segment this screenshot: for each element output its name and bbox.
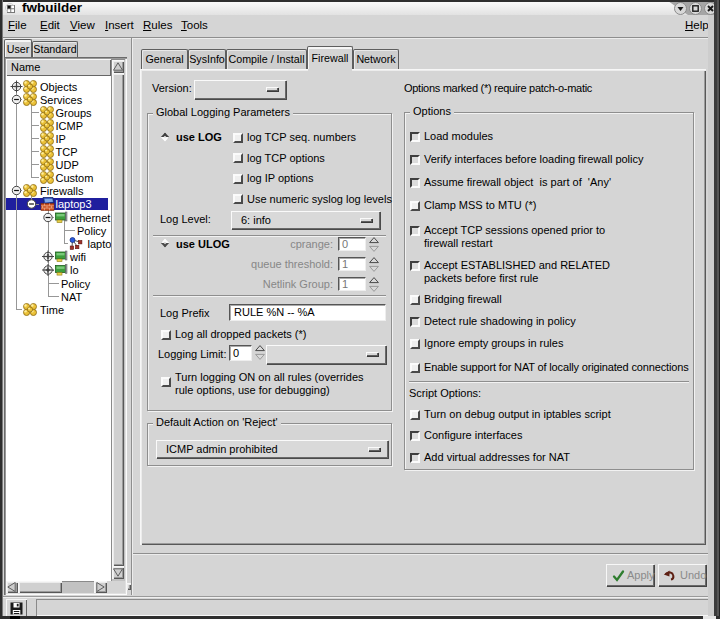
svg-text:laptop3: laptop3 xyxy=(88,238,112,250)
svg-text:lo: lo xyxy=(70,264,79,276)
svg-text:Custom: Custom xyxy=(56,172,94,184)
svg-text:Time: Time xyxy=(40,304,64,316)
svg-text:Firewalls: Firewalls xyxy=(40,185,84,197)
svg-text:ICMP: ICMP xyxy=(56,120,84,132)
svg-text:Services: Services xyxy=(40,94,83,106)
svg-text:TCP: TCP xyxy=(56,146,78,158)
svg-text:Objects: Objects xyxy=(40,81,78,93)
svg-text:IP: IP xyxy=(56,133,66,145)
svg-text:Policy: Policy xyxy=(61,278,91,290)
svg-text:ethernet: ethernet xyxy=(70,212,110,224)
svg-text:laptop3: laptop3 xyxy=(56,198,92,210)
svg-text:UDP: UDP xyxy=(56,159,79,171)
svg-text:Policy: Policy xyxy=(77,225,107,237)
svg-text:wifi: wifi xyxy=(69,251,86,263)
svg-text:NAT: NAT xyxy=(61,291,82,303)
svg-text:Groups: Groups xyxy=(56,107,93,119)
